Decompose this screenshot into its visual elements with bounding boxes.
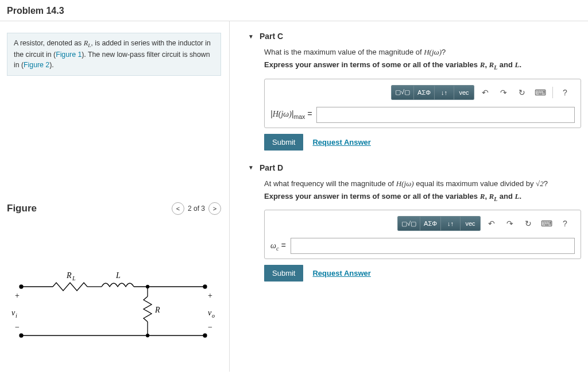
part-d-title: Part D	[260, 163, 283, 172]
undo-button[interactable]: ↶	[478, 86, 493, 99]
svg-point-7	[20, 334, 23, 337]
svg-point-11	[146, 334, 149, 337]
help-button[interactable]: ?	[558, 86, 572, 99]
templates-button[interactable]: ▢√▢	[392, 86, 414, 99]
vec-button[interactable]: vec	[454, 86, 474, 99]
collapse-icon: ▼	[248, 33, 254, 40]
figure-2-link[interactable]: Figure 2	[24, 61, 49, 69]
svg-text:R: R	[154, 306, 160, 314]
intro-seg-4: ).	[49, 61, 54, 69]
intro-RL: RL	[84, 39, 91, 47]
part-d-submit-button[interactable]: Submit	[264, 265, 303, 282]
svg-point-9	[203, 334, 207, 337]
part-c-answer-box: ▢√▢ ΑΣΦ ↓↑ vec ↶ ↷ ↻ ⌨ ? |H(jω)|max =	[264, 79, 581, 128]
svg-text:L: L	[115, 271, 121, 280]
right-panel: ▼ Part C What is the maximum value of th…	[230, 21, 588, 372]
part-c-answer-input[interactable]	[316, 107, 575, 123]
svg-text:v: v	[11, 309, 16, 317]
svg-text:+: +	[208, 291, 212, 300]
reset-button[interactable]: ↻	[521, 217, 536, 230]
problem-intro: A resistor, denoted as RL, is added in s…	[7, 33, 221, 76]
part-d-toolbar: ▢√▢ ΑΣΦ ↓↑ vec ↶ ↷ ↻ ⌨ ?	[270, 216, 575, 231]
page-header: Problem 14.3	[0, 0, 588, 21]
part-c: ▼ Part C What is the maximum value of th…	[248, 32, 581, 151]
svg-text:R: R	[66, 271, 72, 280]
part-c-submit-button[interactable]: Submit	[264, 134, 303, 151]
part-d-header[interactable]: ▼ Part D	[248, 163, 581, 172]
svg-text:−: −	[15, 323, 20, 331]
part-d-instruction: Express your answer in terms of some or …	[264, 192, 581, 202]
subsup-button[interactable]: ↓↑	[441, 217, 461, 230]
problem-title: Problem 14.3	[7, 6, 581, 16]
svg-text:i: i	[16, 313, 17, 319]
svg-text:o: o	[212, 313, 215, 319]
greek-button[interactable]: ΑΣΦ	[420, 217, 441, 230]
figure-next-button[interactable]: >	[208, 202, 221, 215]
part-d-answer-input[interactable]	[291, 238, 575, 254]
keyboard-button[interactable]: ⌨	[539, 217, 554, 230]
figure-nav: < 2 of 3 >	[172, 202, 221, 215]
part-c-title: Part C	[260, 32, 283, 41]
svg-point-10	[146, 286, 149, 288]
part-c-question: What is the maximum value of the magnitu…	[264, 48, 581, 57]
collapse-icon: ▼	[248, 164, 254, 171]
help-button[interactable]: ?	[558, 217, 572, 230]
part-d-question: At what frequency will the magnitude of …	[264, 179, 581, 188]
svg-point-6	[20, 285, 23, 288]
svg-text:L: L	[72, 275, 76, 282]
svg-point-8	[203, 285, 207, 288]
svg-text:+: +	[15, 291, 20, 300]
greek-button[interactable]: ΑΣΦ	[414, 86, 435, 99]
part-d-request-answer-link[interactable]: Request Answer	[312, 269, 370, 277]
redo-button[interactable]: ↷	[502, 217, 517, 230]
circuit-diagram: RL L R vi vo + − + −	[7, 267, 219, 347]
subsup-button[interactable]: ↓↑	[435, 86, 454, 99]
figure-label: Figure	[7, 203, 37, 214]
intro-seg-1: A resistor, denoted as	[14, 39, 84, 47]
part-c-answer-label: |H(jω)|max =	[270, 109, 312, 120]
keyboard-button[interactable]: ⌨	[533, 86, 548, 99]
main-layout: A resistor, denoted as RL, is added in s…	[0, 21, 588, 372]
reset-button[interactable]: ↻	[514, 86, 529, 99]
figure-header: Figure < 2 of 3 >	[7, 202, 221, 215]
figure-counter: 2 of 3	[188, 205, 205, 213]
part-c-header[interactable]: ▼ Part C	[248, 32, 581, 41]
templates-button[interactable]: ▢√▢	[398, 217, 420, 230]
part-d: ▼ Part D At what frequency will the magn…	[248, 163, 581, 282]
part-c-answer-row: |H(jω)|max =	[270, 107, 575, 123]
part-d-answer-box: ▢√▢ ΑΣΦ ↓↑ vec ↶ ↷ ↻ ⌨ ? ωc =	[264, 210, 581, 259]
toolbar-separator	[552, 87, 553, 98]
figure-prev-button[interactable]: <	[172, 202, 184, 215]
part-c-toolbar: ▢√▢ ΑΣΦ ↓↑ vec ↶ ↷ ↻ ⌨ ?	[270, 85, 575, 100]
part-d-answer-row: ωc =	[270, 238, 575, 254]
part-c-button-row: Submit Request Answer	[264, 134, 581, 151]
part-c-request-answer-link[interactable]: Request Answer	[312, 138, 370, 146]
left-panel: A resistor, denoted as RL, is added in s…	[0, 21, 230, 372]
vec-button[interactable]: vec	[461, 217, 480, 230]
redo-button[interactable]: ↷	[496, 86, 511, 99]
undo-button[interactable]: ↶	[484, 217, 499, 230]
figure-1-link[interactable]: Figure 1	[56, 51, 82, 59]
part-d-button-row: Submit Request Answer	[264, 265, 581, 282]
svg-text:−: −	[208, 323, 212, 331]
part-d-answer-label: ωc =	[270, 241, 286, 252]
part-c-instruction: Express your answer in terms of some or …	[264, 60, 581, 71]
svg-text:v: v	[208, 309, 212, 317]
